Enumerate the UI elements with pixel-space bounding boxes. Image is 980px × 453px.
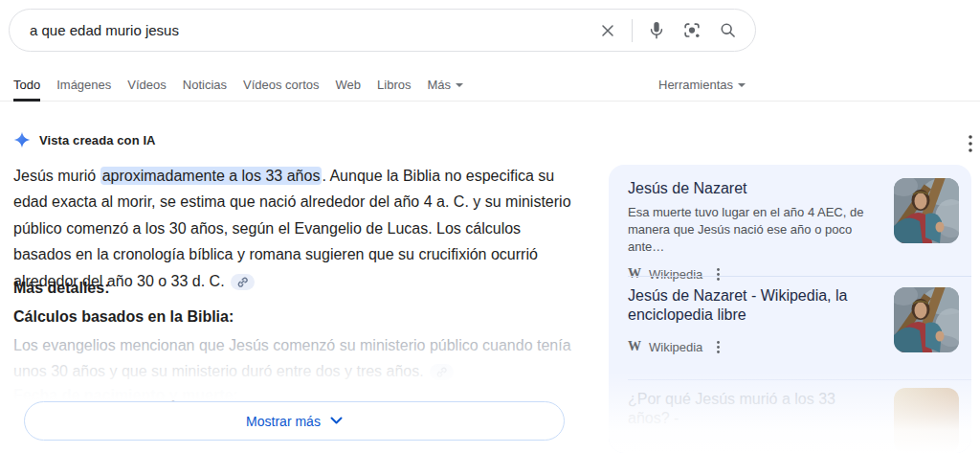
microphone-icon[interactable] bbox=[645, 19, 668, 42]
card-snippet: Esa muerte tuvo lugar en el año 4 AEC, d… bbox=[628, 204, 876, 256]
card-menu-icon[interactable] bbox=[717, 341, 720, 353]
chevron-down-icon bbox=[456, 83, 463, 87]
chevron-down-icon bbox=[738, 83, 746, 87]
tab-noticias[interactable]: Noticias bbox=[183, 78, 227, 102]
google-lens-icon[interactable] bbox=[680, 19, 703, 42]
search-input[interactable]: a que edad murio jesus bbox=[30, 22, 596, 38]
search-bar[interactable]: a que edad murio jesus bbox=[9, 9, 756, 52]
tab-mas[interactable]: Más bbox=[427, 78, 463, 102]
card-title[interactable]: Jesús de Nazaret bbox=[628, 179, 876, 198]
card-title[interactable]: ¿Por qué Jesús murió a los 33 años? - bbox=[628, 390, 876, 428]
tab-todo[interactable]: Todo bbox=[13, 78, 40, 102]
overview-menu-icon[interactable] bbox=[962, 134, 979, 153]
ai-overview-badge: Vista creada con IA bbox=[13, 131, 156, 148]
show-more-label: Mostrar más bbox=[246, 414, 321, 429]
answer-highlight: aproximadamente a los 33 años bbox=[100, 167, 323, 185]
tools-menu[interactable]: Herramientas bbox=[658, 78, 746, 92]
source-name: Wikipedia bbox=[649, 340, 702, 354]
search-results-page: a que edad murio jesus bbox=[0, 0, 980, 453]
related-sources-panel: Jesús de Nazaret Esa muerte tuvo lugar e… bbox=[609, 165, 971, 453]
tab-mas-label: Más bbox=[427, 78, 451, 92]
tab-imagenes[interactable]: Imágenes bbox=[56, 78, 111, 102]
card-thumbnail[interactable] bbox=[894, 287, 959, 352]
show-more-button[interactable]: Mostrar más bbox=[24, 401, 565, 441]
answer-text: Jesús murió bbox=[13, 168, 100, 184]
related-card[interactable]: Jesús de Nazaret Esa muerte tuvo lugar e… bbox=[609, 165, 971, 276]
answer-text: . Aunque la Biblia no especifica su edad… bbox=[13, 168, 571, 289]
source-row: W Wikipedia bbox=[628, 339, 876, 354]
tools-label: Herramientas bbox=[658, 78, 733, 92]
search-icon[interactable] bbox=[716, 19, 739, 42]
search-bar-actions bbox=[596, 19, 755, 42]
results-tab-bar: Todo Imágenes Vídeos Noticias Vídeos cor… bbox=[0, 71, 980, 102]
clear-search-icon[interactable] bbox=[596, 19, 619, 42]
more-details-heading: Más detalles: bbox=[13, 280, 109, 297]
card-thumbnail[interactable] bbox=[894, 178, 959, 243]
wikipedia-logo-icon: W bbox=[628, 339, 641, 354]
chevron-down-icon bbox=[330, 417, 343, 425]
citation-link-icon[interactable] bbox=[430, 364, 454, 380]
search-bar-divider bbox=[632, 19, 633, 42]
section-heading: Cálculos basados en la Biblia: bbox=[13, 308, 234, 326]
tab-libros[interactable]: Libros bbox=[377, 78, 411, 102]
section-body: Los evangelios mencionan que Jesús comen… bbox=[13, 332, 582, 385]
section-body-text: Los evangelios mencionan que Jesús comen… bbox=[13, 337, 571, 379]
ai-sparkle-icon bbox=[13, 131, 31, 148]
ai-answer-paragraph: Jesús murió aproximadamente a los 33 año… bbox=[13, 163, 582, 294]
tab-videos[interactable]: Vídeos bbox=[127, 78, 166, 102]
ai-badge-label: Vista creada con IA bbox=[39, 133, 156, 147]
citation-link-icon[interactable] bbox=[231, 274, 255, 290]
tab-videos-cortos[interactable]: Vídeos cortos bbox=[243, 78, 320, 102]
card-title[interactable]: Jesús de Nazaret - Wikipedia, la enciclo… bbox=[628, 286, 858, 325]
card-thumbnail[interactable] bbox=[894, 388, 959, 453]
tabs: Todo Imágenes Vídeos Noticias Vídeos cor… bbox=[13, 71, 980, 101]
related-card[interactable]: ¿Por qué Jesús murió a los 33 años? - bbox=[609, 380, 971, 453]
related-card[interactable]: Jesús de Nazaret - Wikipedia, la enciclo… bbox=[609, 277, 971, 379]
tab-web[interactable]: Web bbox=[336, 78, 362, 102]
